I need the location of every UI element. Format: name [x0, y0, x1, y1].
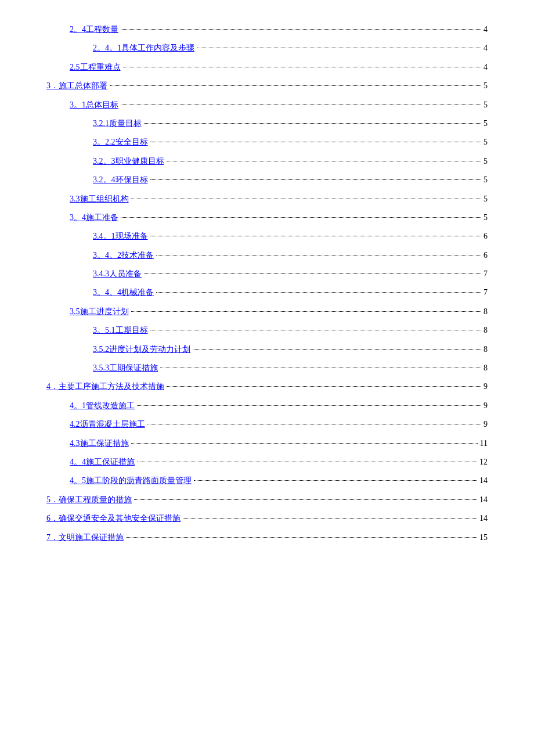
toc-page-number: 15 — [479, 531, 488, 544]
toc-entry[interactable]: 3。4。2技术准备6 — [46, 249, 488, 262]
toc-link[interactable]: 2.5工程重难点 — [70, 61, 121, 74]
toc-entry[interactable]: 3。4施工准备5 — [46, 211, 488, 224]
toc-entry[interactable]: 2。4工程数量4 — [46, 23, 488, 36]
toc-page-number: 5 — [484, 99, 488, 111]
toc-link[interactable]: 3。1总体目标 — [70, 99, 118, 111]
toc-dots — [167, 161, 482, 161]
toc-dots — [160, 368, 481, 368]
toc-page-number: 8 — [484, 343, 488, 356]
toc-entry[interactable]: 3.4.3人员准备7 — [46, 268, 488, 280]
toc-link[interactable]: 3。4。2技术准备 — [93, 249, 154, 262]
toc-entry[interactable]: 3.4。1现场准备6 — [46, 230, 488, 243]
toc-dots — [167, 386, 481, 387]
toc-page-number: 5 — [484, 155, 488, 168]
toc-link[interactable]: 3。2.2安全目标 — [93, 136, 148, 149]
toc-dots — [156, 292, 481, 293]
toc-dots — [150, 236, 482, 236]
toc-link[interactable]: 3.2。3职业健康目标 — [93, 155, 164, 168]
toc-link[interactable]: 7．文明施工保证措施 — [46, 531, 124, 544]
toc-link[interactable]: 3。5.1工期目标 — [93, 324, 148, 337]
toc-link[interactable]: 3。4。4机械准备 — [93, 286, 154, 299]
toc-dots — [144, 273, 481, 274]
toc-page-number: 14 — [479, 474, 488, 487]
toc-link[interactable]: 4.2沥青混凝土层施工 — [70, 418, 145, 431]
toc-dots — [131, 443, 478, 444]
toc-dots — [121, 105, 481, 105]
toc-link[interactable]: 3.4。1现场准备 — [93, 230, 148, 243]
toc-link[interactable]: 4。1管线改造施工 — [70, 399, 135, 412]
toc-entry[interactable]: 3.3施工组织机构5 — [46, 193, 488, 206]
toc-link[interactable]: 3.4.3人员准备 — [93, 268, 142, 280]
toc-entry[interactable]: 3.2。4环保目标5 — [46, 174, 488, 186]
toc-page-number: 8 — [484, 305, 488, 318]
toc-link[interactable]: 3.3施工组织机构 — [70, 193, 129, 206]
toc-page-number: 8 — [484, 362, 488, 375]
toc-entry[interactable]: 2。4。1具体工作内容及步骤4 — [46, 42, 488, 55]
toc-page-number: 12 — [479, 456, 488, 469]
toc-entry[interactable]: 5．确保工程质量的措施14 — [46, 494, 488, 506]
toc-link[interactable]: 2。4工程数量 — [70, 23, 118, 36]
toc-entry[interactable]: 7．文明施工保证措施15 — [46, 531, 488, 544]
toc-page-number: 7 — [484, 286, 488, 299]
toc-dots — [137, 462, 477, 462]
toc-entry[interactable]: 4。5施工阶段的沥青路面质量管理14 — [46, 474, 488, 487]
toc-entry[interactable]: 3．施工总体部署5 — [46, 80, 488, 92]
toc-dots — [150, 142, 482, 142]
toc-link[interactable]: 4.3施工保证措施 — [70, 437, 129, 450]
toc-page-number: 5 — [484, 211, 488, 224]
toc-dots — [110, 85, 481, 86]
toc-link[interactable]: 3.2。4环保目标 — [93, 174, 148, 186]
toc-page-number: 5 — [484, 193, 488, 206]
toc-entry[interactable]: 3。1总体目标5 — [46, 99, 488, 111]
toc-link[interactable]: 3。4施工准备 — [70, 211, 118, 224]
toc-entry[interactable]: 3。4。4机械准备7 — [46, 286, 488, 299]
toc-dots — [131, 199, 482, 199]
toc-link[interactable]: 3.5.2进度计划及劳动力计划 — [93, 343, 190, 356]
toc-entry[interactable]: 6．确保交通安全及其他安全保证措施14 — [46, 512, 488, 525]
toc-entry[interactable]: 4.3施工保证措施11 — [46, 437, 488, 450]
toc-link[interactable]: 3．施工总体部署 — [46, 80, 107, 92]
table-of-contents: 2。4工程数量42。4。1具体工作内容及步骤42.5工程重难点43．施工总体部署… — [46, 23, 488, 544]
toc-page-number: 8 — [484, 324, 488, 337]
toc-entry[interactable]: 4。4施工保证措施12 — [46, 456, 488, 469]
toc-page-number: 4 — [484, 61, 488, 74]
toc-dots — [121, 217, 481, 218]
toc-page-number: 14 — [479, 512, 488, 525]
toc-page-number: 5 — [484, 136, 488, 149]
toc-dots — [134, 499, 477, 500]
toc-entry[interactable]: 3。5.1工期目标8 — [46, 324, 488, 337]
toc-link[interactable]: 4．主要工序施工方法及技术措施 — [46, 380, 164, 393]
toc-dots — [193, 349, 481, 350]
toc-page-number: 5 — [484, 117, 488, 130]
toc-page-number: 9 — [484, 380, 488, 393]
toc-entry[interactable]: 3.5.3工期保证措施8 — [46, 362, 488, 375]
toc-link[interactable]: 3.5.3工期保证措施 — [93, 362, 158, 375]
toc-page-number: 5 — [484, 80, 488, 92]
toc-entry[interactable]: 2.5工程重难点4 — [46, 61, 488, 74]
toc-entry[interactable]: 4.2沥青混凝土层施工9 — [46, 418, 488, 431]
toc-page-number: 6 — [484, 249, 488, 262]
toc-link[interactable]: 3.2.1质量目标 — [93, 117, 142, 130]
toc-dots — [137, 405, 481, 406]
toc-entry[interactable]: 4。1管线改造施工9 — [46, 399, 488, 412]
toc-dots — [126, 537, 477, 538]
toc-entry[interactable]: 3.2.1质量目标5 — [46, 117, 488, 130]
toc-dots — [144, 123, 481, 124]
toc-entry[interactable]: 4．主要工序施工方法及技术措施9 — [46, 380, 488, 393]
toc-page-number: 4 — [484, 42, 488, 55]
toc-link[interactable]: 6．确保交通安全及其他安全保证措施 — [46, 512, 181, 525]
toc-entry[interactable]: 3.2。3职业健康目标5 — [46, 155, 488, 168]
toc-entry[interactable]: 3.5.2进度计划及劳动力计划8 — [46, 343, 488, 356]
toc-link[interactable]: 2。4。1具体工作内容及步骤 — [93, 42, 194, 55]
toc-page-number: 14 — [479, 494, 488, 506]
toc-link[interactable]: 3.5施工进度计划 — [70, 305, 129, 318]
toc-entry[interactable]: 3.5施工进度计划8 — [46, 305, 488, 318]
toc-dots — [183, 518, 477, 519]
toc-link[interactable]: 4。4施工保证措施 — [70, 456, 135, 469]
toc-entry[interactable]: 3。2.2安全目标5 — [46, 136, 488, 149]
toc-dots — [150, 179, 482, 180]
toc-link[interactable]: 4。5施工阶段的沥青路面质量管理 — [70, 474, 192, 487]
toc-page-number: 9 — [484, 418, 488, 431]
toc-link[interactable]: 5．确保工程质量的措施 — [46, 494, 132, 506]
toc-page-number: 6 — [484, 230, 488, 243]
